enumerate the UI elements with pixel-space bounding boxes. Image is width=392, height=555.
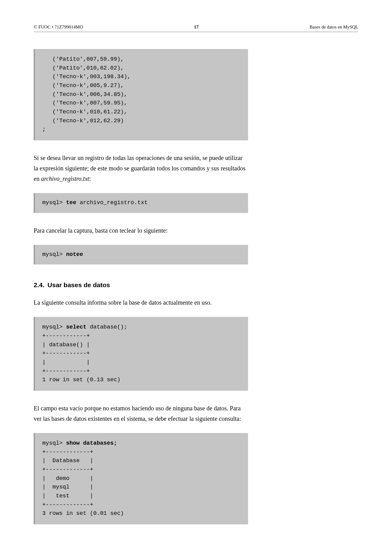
code-line: | test | (42, 493, 93, 499)
code-arg: archivo_registro.txt (76, 200, 148, 206)
code-line: ('Tecno-k',012,62.29) (42, 118, 124, 124)
section-heading: 2.4.Usar bases de datos (34, 281, 248, 289)
content-column: ('Patito',007,59.99), ('Patito',010,62.0… (34, 49, 248, 524)
code-prompt: mysql> (42, 200, 66, 206)
code-line: | mysql | (42, 484, 93, 490)
code-line: ('Tecno-k',005,9.27), (42, 82, 124, 89)
page: © FUOC • 71Z799014MO 17 Bases de datos e… (0, 0, 392, 555)
code-prompt: mysql> (42, 251, 66, 258)
code-line: | database() | (42, 342, 90, 348)
page-header: © FUOC • 71Z799014MO 17 Bases de datos e… (34, 25, 358, 32)
code-line: | Database | (42, 458, 93, 464)
filename-italic: archivo_registro.txt (41, 175, 89, 182)
code-block-notee: mysql> notee (34, 245, 248, 265)
page-number: 17 (194, 25, 199, 30)
code-line: ('Tecno-k',010,61.22), (42, 109, 127, 115)
code-line: +-------------+ (42, 466, 93, 473)
paragraph-select-db-intro: La siguiente consulta informa sobre la b… (34, 297, 248, 308)
code-prompt: mysql> (42, 440, 66, 447)
code-line: | | (42, 359, 90, 366)
code-line: ('Patito',007,59.99), (42, 56, 124, 63)
code-rest: database(); (86, 324, 127, 330)
header-left: © FUOC • 71Z799014MO (34, 25, 83, 30)
code-line: ('Tecno-k',007,59.95), (42, 100, 127, 106)
code-line: | demo | (42, 475, 93, 482)
paragraph-notee-intro: Para cancelar la captura, basta con tecl… (34, 225, 248, 236)
section-number: 2.4. (34, 281, 44, 288)
code-line: ; (42, 126, 46, 133)
paragraph-tee-intro: Si se desea llevar un registro de todas … (34, 153, 248, 184)
code-block-select-database: mysql> select database(); +------------+… (34, 317, 248, 391)
header-right: Bases de datos en MySQL (310, 25, 358, 30)
paragraph-show-databases-intro: El campo esta vacío porque no estamos ha… (34, 403, 248, 424)
code-keyword: show databases; (66, 440, 117, 447)
code-line: ('Tecno-k',006,34.85), (42, 91, 127, 98)
code-block-show-databases: mysql> show databases; +-------------+ |… (34, 433, 248, 524)
code-line: +-------------+ (42, 502, 93, 508)
code-keyword: notee (66, 251, 83, 258)
code-prompt: mysql> (42, 324, 66, 330)
code-line: ('Tecno-k',003,198.34), (42, 74, 131, 80)
code-line: 1 row in set (0.13 sec) (42, 377, 120, 383)
code-line: +------------+ (42, 350, 90, 357)
code-keyword: tee (66, 200, 76, 206)
code-keyword: select (66, 324, 87, 330)
code-line: ('Patito',010,62.02), (42, 65, 124, 71)
code-line: 3 rows in set (0.01 sec) (42, 510, 124, 517)
code-line: +------------+ (42, 368, 90, 374)
code-block-insert-values: ('Patito',007,59.99), ('Patito',010,62.0… (34, 49, 248, 140)
code-block-tee: mysql> tee archivo_registro.txt (34, 193, 248, 213)
section-title: Usar bases de datos (47, 281, 110, 288)
code-line: +------------+ (42, 333, 90, 339)
code-line: +-------------+ (42, 449, 93, 455)
